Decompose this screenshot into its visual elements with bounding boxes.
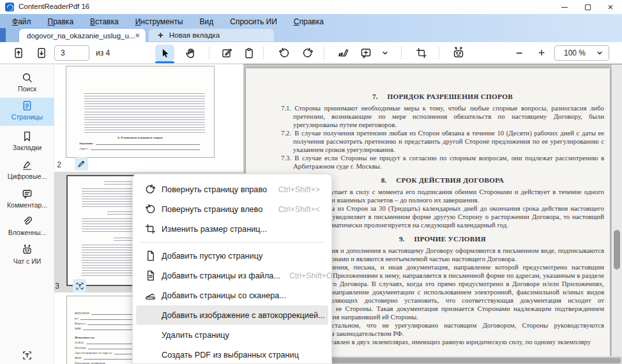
maximize-button[interactable] bbox=[576, 0, 599, 14]
previous-page-button[interactable] bbox=[9, 45, 28, 61]
zoom-out-icon bbox=[516, 47, 523, 60]
no-icon bbox=[144, 309, 156, 321]
zoom-level-dropdown[interactable]: 100 % bbox=[554, 45, 609, 61]
document-tab[interactable]: dogovor_na_okazanie_uslug_u... bbox=[19, 29, 146, 42]
selected-tool-underline bbox=[155, 61, 174, 63]
menu-file[interactable]: Файл bbox=[4, 15, 40, 28]
toolbar-separator bbox=[439, 47, 439, 59]
context-menu-item-add-image-autocorrect[interactable]: Добавить изображение с автокоррекцией... bbox=[136, 305, 328, 325]
page-number-input[interactable] bbox=[54, 45, 89, 61]
sidebar-item-bookmarks[interactable]: Закладки bbox=[0, 128, 54, 156]
zoom-in-button[interactable] bbox=[532, 45, 551, 61]
section-heading: 7.ПОРЯДОК РАЗРЕШЕНИЯ СПОРОВ bbox=[281, 93, 604, 101]
context-menu-item-create-pdf-from-selected[interactable]: Создать PDF из выбранных страниц bbox=[136, 345, 328, 364]
sidebar-item-digital-signatures[interactable]: Цифровые... bbox=[0, 157, 54, 185]
edited-page-badge[interactable] bbox=[75, 157, 88, 171]
clipboard-icon bbox=[243, 47, 255, 59]
crop-icon bbox=[415, 47, 428, 59]
toolbar-separator bbox=[324, 47, 324, 59]
comment-icon bbox=[0, 186, 54, 200]
zoom-out-button[interactable] bbox=[510, 45, 529, 61]
next-page-button[interactable] bbox=[32, 45, 51, 61]
ai-assistant-button[interactable] bbox=[449, 45, 468, 61]
bookmark-icon bbox=[0, 128, 54, 142]
no-icon bbox=[144, 329, 156, 341]
context-menu-separator bbox=[139, 242, 325, 243]
context-menu-item-resize-pages[interactable]: Изменить размер страниц... bbox=[136, 219, 328, 239]
new-tab-button[interactable]: Новая вкладка bbox=[149, 29, 274, 42]
robot-icon bbox=[451, 46, 466, 60]
ocr-check-icon bbox=[75, 281, 85, 291]
hand-tool-button[interactable] bbox=[181, 45, 200, 61]
context-menu-item-add-blank-page[interactable]: Добавить пустую страницу bbox=[136, 246, 328, 266]
close-button[interactable] bbox=[599, 0, 622, 14]
menu-edit[interactable]: Правка bbox=[40, 15, 82, 28]
app-window: ContentReaderPdf 16 Файл Правка Вставка … bbox=[0, 0, 622, 364]
sidebar-item-attachments[interactable]: Вложенны... bbox=[0, 213, 54, 241]
menu-view[interactable]: Вид bbox=[192, 15, 222, 28]
vertical-scrollbar[interactable] bbox=[612, 64, 622, 356]
signature-pen-icon bbox=[337, 47, 349, 59]
ocr-text-icon bbox=[0, 347, 54, 361]
paragraph: 7.3.В случае если Стороны не придут к со… bbox=[281, 154, 604, 171]
scanner-icon bbox=[144, 289, 156, 301]
context-menu-item-rotate-right[interactable]: Повернуть страницу вправо Ctrl+Shift+> bbox=[136, 179, 328, 199]
page-up-icon bbox=[12, 47, 25, 59]
select-tool-button[interactable] bbox=[155, 45, 174, 61]
sidebar-item-search[interactable]: Поиск bbox=[0, 70, 54, 98]
hand-icon bbox=[184, 47, 197, 59]
cursor-icon bbox=[159, 47, 171, 59]
context-menu-item-add-pages-from-scanner[interactable]: Добавить страницы со сканера... bbox=[136, 285, 328, 305]
pencil-icon bbox=[77, 159, 86, 169]
menu-help[interactable]: Справка bbox=[285, 15, 332, 28]
rotate-left-icon bbox=[144, 203, 156, 215]
clipboard-button[interactable] bbox=[239, 45, 259, 61]
add-comment-button[interactable] bbox=[356, 45, 375, 61]
add-comment-dropdown[interactable] bbox=[378, 45, 392, 61]
robot-icon bbox=[0, 242, 54, 256]
edit-document-button[interactable] bbox=[217, 45, 236, 61]
thumbnail-page-2[interactable]: 6. Реквизиты и подписи сторон Заказчик: … bbox=[66, 66, 215, 158]
paragraph: 7.1.Стороны принимают необходимые меры к… bbox=[281, 104, 604, 129]
close-icon bbox=[608, 1, 614, 13]
zoom-in-icon bbox=[538, 47, 545, 60]
resize-pages-icon bbox=[144, 223, 156, 235]
ocr-text-recognition-button[interactable] bbox=[0, 347, 54, 361]
rotate-left-button[interactable] bbox=[275, 45, 294, 61]
window-title: ContentReaderPdf 16 bbox=[19, 3, 89, 10]
thumbnail-heading: 6. Реквизиты и подписи сторон bbox=[75, 136, 205, 140]
app-logo-icon bbox=[5, 3, 14, 11]
ocr-done-badge[interactable] bbox=[73, 279, 86, 292]
add-pages-file-icon bbox=[144, 269, 156, 282]
page-count-label: из 4 bbox=[96, 49, 110, 57]
menu-bar: Файл Правка Вставка Инструменты Вид Спро… bbox=[4, 15, 332, 28]
vertical-scrollbar-thumb[interactable] bbox=[614, 230, 620, 269]
page-down-icon bbox=[35, 47, 48, 59]
sidebar-item-pages[interactable]: Страницы bbox=[0, 98, 54, 126]
thumbnail-page-number: 2 bbox=[52, 160, 61, 169]
menu-ask-ai[interactable]: Спросить ИИ bbox=[222, 15, 285, 28]
signature-button[interactable] bbox=[333, 45, 353, 61]
rotate-right-icon bbox=[144, 183, 156, 195]
thumbnail-page-text bbox=[84, 93, 205, 110]
page-context-menu: Повернуть страницу вправо Ctrl+Shift+> П… bbox=[132, 174, 332, 364]
edit-icon bbox=[220, 47, 233, 59]
menu-and-tab-bar: Файл Правка Вставка Инструменты Вид Спро… bbox=[0, 14, 622, 42]
context-menu-item-add-pages-from-file[interactable]: Добавить страницы из файла... Ctrl+Shift… bbox=[136, 266, 328, 285]
chevron-down-icon bbox=[381, 49, 389, 57]
tab-close-icon[interactable] bbox=[135, 31, 140, 40]
rotate-right-button[interactable] bbox=[298, 45, 317, 61]
menu-insert[interactable]: Вставка bbox=[82, 15, 127, 28]
add-comment-icon bbox=[360, 47, 372, 59]
context-menu-item-delete-page[interactable]: Удалить страницу bbox=[136, 325, 328, 345]
menu-tools[interactable]: Инструменты bbox=[127, 15, 192, 28]
context-menu-item-rotate-left[interactable]: Повернуть страницу влево Ctrl+Shift+< bbox=[136, 199, 328, 219]
toolbar: из 4 bbox=[0, 42, 622, 64]
rotate-right-icon bbox=[301, 47, 314, 59]
minimize-button[interactable] bbox=[553, 0, 576, 14]
crop-button[interactable] bbox=[412, 45, 431, 61]
search-icon bbox=[0, 70, 54, 84]
new-tab-plus-icon bbox=[149, 29, 163, 41]
sidebar-item-ai-chat[interactable]: Чат с ИИ bbox=[0, 242, 54, 270]
sidebar-item-comments[interactable]: Комментар... bbox=[0, 186, 54, 214]
